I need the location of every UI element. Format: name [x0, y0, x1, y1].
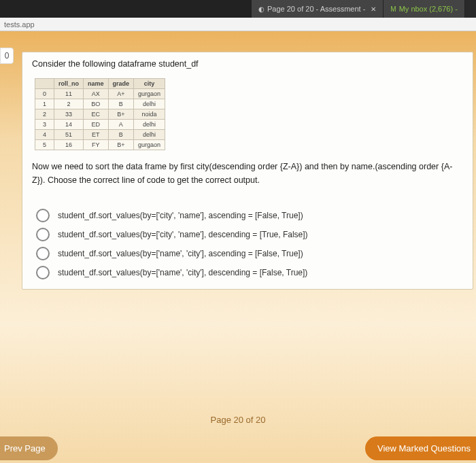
prev-page-button[interactable]: Prev Page: [0, 436, 58, 460]
view-marked-button[interactable]: View Marked Questions: [365, 436, 476, 460]
radio-icon[interactable]: [36, 209, 50, 222]
question-body: Now we need to sort the data frame by fi…: [32, 160, 463, 187]
radio-icon[interactable]: [36, 228, 50, 241]
tab-label: My nbox (2,676) -: [399, 5, 458, 13]
option-1[interactable]: student_df.sort_values(by=['city', 'name…: [36, 209, 463, 222]
table-header: grade: [108, 79, 134, 89]
browser-tab-inbox[interactable]: M My nbox (2,676) -: [384, 0, 465, 18]
browser-tab-assessment[interactable]: ◐ Page 20 of 20 - Assessment - ✕: [252, 0, 384, 18]
question-counter: 0: [0, 48, 14, 64]
tab-label: Page 20 of 20 - Assessment -: [267, 5, 365, 13]
option-text: student_df.sort_values(by=['city', 'name…: [58, 230, 308, 239]
question-card: Consider the following dataframe student…: [22, 52, 473, 290]
radio-icon[interactable]: [36, 266, 50, 279]
table-row: 314EDAdelhi: [35, 120, 165, 130]
table-header: city: [134, 79, 165, 89]
radio-icon[interactable]: [36, 247, 50, 260]
table-row: 516FYB+gurgaon: [35, 140, 165, 150]
option-text: student_df.sort_values(by=['name', 'city…: [58, 249, 303, 258]
option-3[interactable]: student_df.sort_values(by=['name', 'city…: [36, 247, 463, 260]
table-row: 12BOBdelhi: [35, 99, 165, 109]
question-title: Consider the following dataframe student…: [32, 59, 463, 69]
dataframe-table: roll_no name grade city 011AXA+gurgaon 1…: [35, 78, 165, 150]
address-bar[interactable]: tests.app: [0, 18, 476, 31]
close-icon[interactable]: ✕: [371, 5, 376, 13]
option-text: student_df.sort_values(by=['city', 'name…: [58, 211, 303, 220]
answer-options: student_df.sort_values(by=['city', 'name…: [36, 209, 463, 279]
option-text: student_df.sort_values(by=['name', 'city…: [58, 268, 307, 277]
browser-tabs: ◐ Page 20 of 20 - Assessment - ✕ M My nb…: [0, 0, 476, 18]
shield-icon: ◐: [258, 5, 265, 13]
option-2[interactable]: student_df.sort_values(by=['city', 'name…: [36, 228, 463, 241]
option-4[interactable]: student_df.sort_values(by=['name', 'city…: [36, 266, 463, 279]
table-row: 011AXA+gurgaon: [35, 89, 165, 99]
table-row: 233ECB+noida: [35, 109, 165, 120]
mail-icon: M: [390, 5, 396, 13]
footer-nav: Prev Page View Marked Questions: [0, 433, 476, 463]
browser-tab-hidden[interactable]: [0, 0, 252, 18]
page-number: Page 20 of 20: [0, 415, 476, 425]
table-header: name: [84, 79, 109, 89]
table-row: 451ETBdelhi: [35, 130, 165, 140]
table-header: [35, 79, 54, 89]
table-header: roll_no: [54, 79, 84, 89]
url-text: tests.app: [4, 20, 35, 29]
